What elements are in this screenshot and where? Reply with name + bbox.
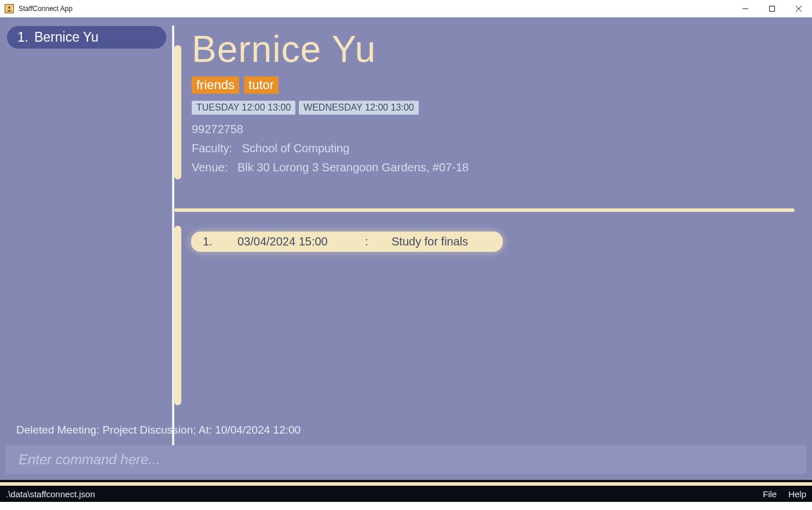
venue-label: Venue: [192,161,228,174]
command-box[interactable] [6,445,806,474]
sidebar-item-index: 1. [17,30,28,45]
feedback-message: Deleted Meeting: Project Discussion; At:… [16,424,800,436]
window-title: StaffConnect App [19,5,72,13]
menu-help[interactable]: Help [788,489,806,499]
menu-file[interactable]: File [763,489,777,499]
svg-rect-2 [770,6,775,12]
close-button[interactable] [785,0,812,17]
command-input[interactable] [19,452,793,468]
venue-value: Blk 30 Lorong 3 Serangoon Gardens, #07-1… [237,161,469,174]
maximize-button[interactable] [759,0,785,17]
window-controls [732,0,812,17]
phone-value: 99272758 [192,123,795,136]
tag-tutor: tutor [244,76,279,94]
tag-row: friends tutor [192,76,795,94]
sidebar-item-name: Bernice Yu [34,30,98,45]
sidebar: 1. Bernice Yu [0,17,172,480]
svg-point-0 [8,6,10,9]
meeting-row[interactable]: 1. 03/04/2024 15:00 : Study for finals [191,232,503,252]
horizontal-divider [174,208,795,212]
app-icon [5,4,14,13]
meetings-list: 1. 03/04/2024 15:00 : Study for finals [191,232,795,252]
app-body: 1. Bernice Yu Bernice Yu friends tutor T… [0,17,812,480]
scroll-indicator-detail[interactable] [174,45,181,179]
meeting-sep: : [365,235,368,248]
tag-friends: friends [192,76,239,94]
meeting-datetime: 03/04/2024 15:00 [237,235,342,248]
meeting-index: 1. [203,235,214,248]
minimize-button[interactable] [732,0,759,17]
faculty-line: Faculty: School of Computing [192,142,795,155]
sidebar-item-person[interactable]: 1. Bernice Yu [7,26,166,49]
faculty-label: Faculty: [192,142,232,155]
slot-tuesday: TUESDAY 12:00 13:00 [192,101,295,115]
statusbar: .\data\staffconnect.json File Help [0,482,812,502]
person-name: Bernice Yu [192,28,795,71]
scroll-indicator-meetings[interactable] [174,226,181,405]
statusbar-menus: File Help [763,489,806,499]
meeting-desc: Study for finals [392,235,468,248]
faculty-value: School of Computing [242,142,350,155]
statusbar-path: .\data\staffconnect.json [6,489,95,499]
venue-line: Venue: Blk 30 Lorong 3 Serangoon Gardens… [192,161,795,174]
titlebar: StaffConnect App [0,0,812,17]
availability-row: TUESDAY 12:00 13:00 WEDNESDAY 12:00 13:0… [192,101,795,115]
slot-wednesday: WEDNESDAY 12:00 13:00 [299,101,419,115]
